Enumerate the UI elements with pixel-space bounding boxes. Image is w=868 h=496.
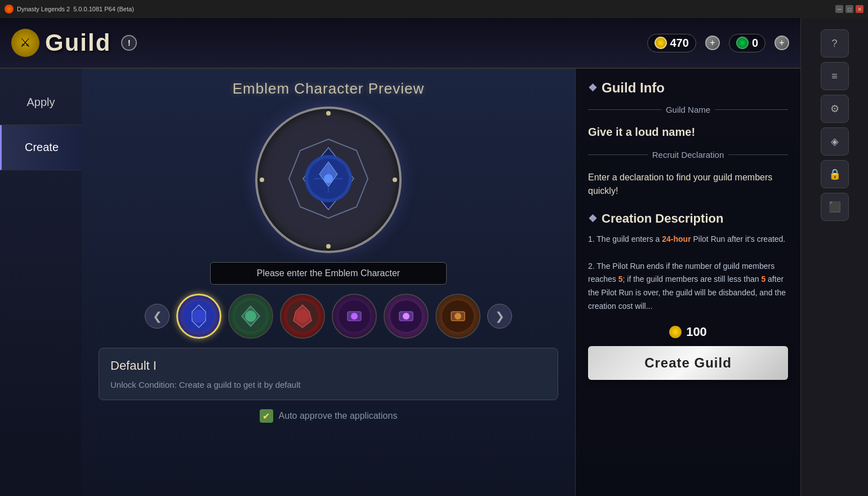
app-icon [5, 5, 14, 14]
main-content: Apply Create Emblem Character Preview [0, 69, 800, 496]
help-tool-button[interactable]: ? [821, 29, 849, 57]
svg-point-16 [296, 309, 309, 323]
title-bar-left: Dynasty Legends 2 5.0.0.1081 P64 (Beta) [5, 5, 134, 14]
divider-line-right-1 [715, 109, 788, 110]
emblem-option-3[interactable] [280, 294, 325, 339]
ring-dot-bottom [326, 244, 331, 249]
cost-row: 100 [588, 325, 788, 339]
gem-amount: 0 [752, 37, 758, 50]
close-button[interactable]: ✕ [856, 5, 863, 13]
svg-point-7 [324, 174, 333, 183]
svg-point-13 [245, 311, 256, 322]
recruit-declaration-input[interactable]: Enter a declaration to find your guild m… [588, 169, 788, 200]
svg-point-25 [455, 313, 461, 320]
minimize-button[interactable]: ─ [835, 5, 843, 13]
recruit-divider: Recruit Declaration [588, 150, 788, 160]
add-gem-button[interactable]: + [774, 36, 789, 50]
right-info-panel: ❖ Guild Info Guild Name Give it a loud n… [575, 69, 800, 496]
guild-info-header: ❖ Guild Info [588, 80, 788, 96]
default-card-desc: Unlock Condition: Create a guild to get … [110, 380, 546, 389]
svg-point-19 [351, 313, 358, 320]
app-title: Dynasty Legends 2 [17, 6, 70, 12]
divider-line-left-1 [588, 109, 661, 110]
ring-dot-top [326, 111, 331, 116]
creation-desc-title: Creation Description [602, 211, 723, 226]
recruit-section-label: Recruit Declaration [652, 150, 724, 160]
divider-line-left-2 [588, 154, 648, 155]
left-sidebar: Apply Create [0, 69, 82, 496]
menu-tool-button[interactable]: ≡ [821, 62, 849, 90]
alert-badge: ! [121, 35, 137, 51]
default-card-title: Default I [110, 358, 546, 373]
game-top-bar: ⚔ Guild ! 470 + 0 + [0, 18, 800, 69]
svg-point-22 [403, 313, 409, 320]
guild-name-section-label: Guild Name [666, 105, 710, 114]
center-panel: Emblem Character Preview [82, 69, 575, 496]
guild-info-title: Guild Info [602, 80, 665, 96]
app-version: 5.0.0.1081 P64 (Beta) [73, 6, 134, 12]
page-title: Guild [45, 29, 111, 56]
emblem-character-input[interactable]: Please enter the Emblem Character [210, 262, 447, 285]
emblem-option-4[interactable] [332, 294, 377, 339]
guild-name-divider: Guild Name [588, 105, 788, 114]
emblem-option-1[interactable] [176, 294, 221, 339]
cost-value: 100 [686, 325, 707, 339]
gem-currency: 0 [729, 34, 765, 52]
diamond-icon-1: ❖ [588, 82, 597, 94]
ring-dot-right [393, 178, 397, 182]
highlight-5-2: 5 [761, 274, 765, 284]
extra-tool-button[interactable]: ⬛ [821, 193, 849, 221]
highlight-5-1: 5 [618, 274, 623, 284]
divider-line-right-2 [728, 154, 788, 155]
emblem-option-5[interactable] [384, 294, 429, 339]
auto-approve-label: Auto approve the applications [279, 411, 398, 421]
create-guild-button[interactable]: Create Guild [588, 346, 788, 380]
gem-icon [736, 37, 749, 49]
guild-name-input[interactable]: Give it a loud name! [588, 123, 788, 141]
creation-desc-header: ❖ Creation Description [588, 211, 788, 226]
emblem-option-2[interactable] [228, 294, 273, 339]
title-bar: Dynasty Legends 2 5.0.0.1081 P64 (Beta) … [0, 0, 868, 18]
gear2-tool-button[interactable]: ◈ [821, 127, 849, 156]
emblem-preview-title: Emblem Character Preview [233, 80, 424, 98]
create-tab[interactable]: Create [0, 125, 82, 170]
right-tools-panel: ? ≡ ⚙ ◈ 🔒 ⬛ [800, 18, 868, 496]
gold-amount: 470 [670, 37, 689, 50]
gold-currency: 470 [647, 34, 696, 52]
lock-tool-button[interactable]: 🔒 [821, 160, 849, 188]
guild-logo-icon: ⚔ [11, 29, 39, 57]
diamond-icon-2: ❖ [588, 212, 597, 225]
emblem-display [255, 107, 402, 253]
svg-point-10 [192, 309, 206, 323]
cost-gold-icon [669, 326, 682, 338]
emblem-selector: ❮ [99, 294, 558, 339]
creation-desc-text: 1. The guild enters a 24-hour Pilot Run … [588, 233, 788, 313]
auto-approve-checkbox[interactable]: ✔ [260, 409, 273, 423]
currency-area: 470 + 0 + [647, 34, 790, 52]
settings-tool-button[interactable]: ⚙ [821, 95, 849, 123]
ring-dot-left [260, 178, 264, 182]
emblem-next-button[interactable]: ❯ [487, 304, 512, 329]
window-controls[interactable]: ─ □ ✕ [835, 5, 863, 13]
gold-icon [655, 37, 667, 49]
emblem-prev-button[interactable]: ❮ [145, 304, 170, 329]
emblem-option-6[interactable] [435, 294, 480, 339]
apply-tab[interactable]: Apply [0, 80, 82, 125]
auto-approve-row[interactable]: ✔ Auto approve the applications [260, 409, 398, 423]
inner-emblem [283, 134, 373, 226]
add-gold-button[interactable]: + [705, 36, 720, 50]
maximize-button[interactable]: □ [845, 5, 853, 13]
highlight-24h: 24-hour [662, 234, 691, 243]
guild-logo: ⚔ Guild ! [11, 29, 137, 57]
default-card: Default I Unlock Condition: Create a gui… [99, 348, 558, 400]
